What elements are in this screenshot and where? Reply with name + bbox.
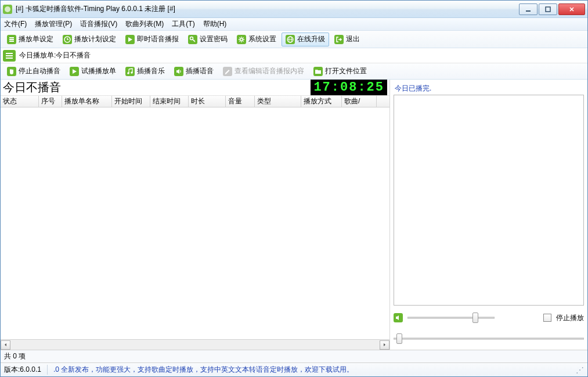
toolbar-key[interactable]: 设置密码 (184, 33, 232, 46)
column-header[interactable]: 时长 (189, 96, 226, 107)
volume-row: 停止播放 (394, 309, 584, 326)
item-count: 共 0 项 (4, 351, 26, 361)
app-window: [#] 卡狐定时播音软件-Timing Play 6.0.0.1 未注册 [#]… (0, 0, 588, 377)
status-bar-bottom: 版本:6.0.0.1 .0 全新发布，功能更强大，支持歌曲定时播放，支持中英文文… (1, 362, 587, 376)
menu-tools[interactable]: 工具(T) (172, 19, 194, 29)
toolbar2-edit: 查看编辑语音播报内容 (219, 64, 308, 78)
played-title: 今日已播完. (394, 82, 584, 95)
svg-point-15 (131, 71, 133, 74)
app-icon (3, 5, 12, 14)
toolbar2-music[interactable]: 插播音乐 (121, 64, 169, 78)
clock-display: 17:08:25 (311, 80, 387, 95)
globe-icon (286, 35, 295, 44)
main-toolbar: 播放单设定播放计划设定即时语音播报设置密码系统设置在线升级退出 (1, 31, 587, 48)
played-list[interactable] (394, 95, 584, 306)
toolbar-globe[interactable]: 在线升级 (282, 33, 329, 46)
svg-point-0 (5, 6, 10, 12)
toolbar2-folder[interactable]: 打开文件位置 (309, 64, 371, 78)
toolbar-gear[interactable]: 系统设置 (233, 33, 280, 46)
svg-rect-3 (9, 37, 14, 38)
toolbar-play[interactable]: 即时语音播报 (121, 33, 183, 46)
minimize-button[interactable] (519, 3, 538, 15)
svg-rect-11 (6, 53, 13, 54)
version-label: 版本:6.0.0.1 (4, 365, 48, 375)
toolbar2-hand[interactable]: 停止自动播音 (3, 64, 64, 78)
svg-point-7 (190, 37, 193, 40)
svg-rect-1 (526, 10, 531, 12)
titlebar[interactable]: [#] 卡狐定时播音软件-Timing Play 6.0.0.1 未注册 [#] (1, 1, 587, 18)
column-header[interactable]: 播放方式 (301, 96, 342, 107)
svg-rect-2 (546, 7, 550, 12)
stop-play-checkbox[interactable] (543, 314, 551, 322)
scroll-track[interactable] (10, 340, 380, 350)
menubar: 文件(F)播放管理(P)语音播报(V)歌曲列表(M)工具(T)帮助(H) (1, 18, 587, 31)
exit-icon (334, 35, 344, 44)
svg-rect-4 (9, 39, 14, 40)
list-icon (7, 35, 16, 44)
svg-rect-12 (6, 55, 13, 56)
column-header[interactable]: 类型 (255, 96, 301, 107)
horizontal-scrollbar[interactable] (1, 339, 389, 350)
window-controls (519, 3, 585, 15)
news-ticker: .0 全新发布，功能更强大，支持歌曲定时播放，支持中英文文本转语音定时播放，欢迎… (53, 365, 353, 375)
play-icon (125, 35, 135, 44)
column-header[interactable]: 歌曲/ (342, 96, 377, 107)
toolbar2-play[interactable]: 试播播放单 (66, 64, 120, 78)
window-title: [#] 卡狐定时播音软件-Timing Play 6.0.0.1 未注册 [#] (16, 4, 519, 14)
hand-icon (7, 67, 16, 76)
volume-icon (394, 313, 403, 322)
menu-voice[interactable]: 语音播报(V) (80, 19, 117, 29)
music-icon (125, 67, 135, 76)
toolbar-clock[interactable]: 播放计划设定 (59, 33, 120, 46)
toolbar-list[interactable]: 播放单设定 (3, 33, 57, 46)
scroll-left-button[interactable] (1, 340, 10, 350)
scroll-right-button[interactable] (380, 340, 389, 350)
gear-icon (237, 35, 246, 44)
menu-songs[interactable]: 歌曲列表(M) (125, 19, 164, 29)
progress-row (394, 330, 584, 347)
playlist-pane: 今日不播音 17:08:25 状态序号播放单名称开始时间结束时间时长音量类型播放… (1, 80, 390, 350)
main-area: 今日不播音 17:08:25 状态序号播放单名称开始时间结束时间时长音量类型播放… (1, 80, 587, 350)
playlist-title: 今日不播音 (3, 80, 61, 95)
resize-grip[interactable]: ⋰ (576, 366, 584, 374)
secondary-toolbar: 停止自动播音试播播放单插播音乐插播语音查看编辑语音播报内容打开文件位置 (1, 63, 587, 80)
stop-play-label: 停止播放 (556, 313, 584, 323)
menu-help[interactable]: 帮助(H) (203, 19, 227, 29)
progress-slider[interactable] (394, 333, 584, 344)
playlist-header: 今日不播音 17:08:25 (1, 80, 389, 96)
volume-slider[interactable] (407, 312, 495, 324)
maximize-button[interactable] (539, 3, 557, 15)
svg-point-8 (240, 38, 243, 41)
played-pane: 今日已播完. 停止播放 (390, 80, 587, 350)
toolbar-exit[interactable]: 退出 (330, 33, 364, 46)
today-playlist-label: 今日播放单:今日不播音 (19, 51, 91, 60)
today-playlist-bar: 今日播放单:今日不播音 (1, 48, 587, 63)
column-header[interactable]: 开始时间 (112, 96, 150, 107)
column-header[interactable]: 序号 (39, 96, 62, 107)
edit-icon (223, 67, 232, 76)
menu-file[interactable]: 文件(F) (4, 19, 27, 29)
folder-icon (313, 67, 323, 76)
play-icon (70, 67, 79, 76)
table-header: 状态序号播放单名称开始时间结束时间时长音量类型播放方式歌曲/ (1, 96, 389, 107)
key-icon (188, 35, 197, 44)
svg-rect-5 (9, 41, 14, 42)
clock-icon (63, 35, 72, 44)
column-header[interactable]: 结束时间 (150, 96, 189, 107)
status-bar-count: 共 0 项 (1, 350, 587, 362)
svg-rect-13 (6, 58, 13, 59)
close-button[interactable] (558, 3, 585, 15)
column-header[interactable]: 音量 (226, 96, 255, 107)
menu-play-mgmt[interactable]: 播放管理(P) (35, 19, 72, 29)
toolbar2-voice[interactable]: 插播语音 (170, 64, 218, 78)
playlist-icon (3, 50, 16, 62)
table-body[interactable] (1, 107, 389, 339)
voice-icon (174, 67, 183, 76)
column-header[interactable]: 播放单名称 (62, 96, 112, 107)
column-header[interactable]: 状态 (1, 96, 39, 107)
